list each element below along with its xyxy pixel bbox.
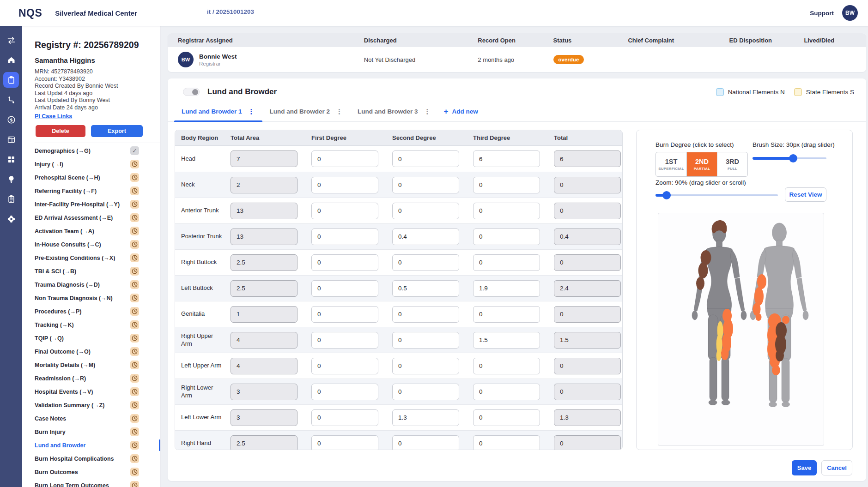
input-head-second[interactable]: [392, 150, 459, 167]
input-left-lower-arm-third[interactable]: [473, 409, 540, 426]
home-icon[interactable]: [3, 52, 19, 68]
sidebar-item-burn-outcomes[interactable]: Burn Outcomes: [35, 465, 160, 479]
sidebar-item-trauma-diagnosis-d[interactable]: Trauma Diagnosis (→D): [35, 278, 160, 291]
input-head-third[interactable]: [473, 150, 540, 167]
settings-icon[interactable]: [3, 211, 19, 227]
sidebar-item-inter-facility-pre-hospital-y[interactable]: Inter-Facility Pre-Hospital (→Y): [35, 198, 160, 211]
state-elements-checkbox-wrap[interactable]: State Elements S: [794, 88, 854, 96]
input-right-hand-third[interactable]: [473, 435, 540, 451]
input-right-buttock-first[interactable]: [311, 254, 378, 271]
transfer-icon[interactable]: [3, 32, 19, 48]
breadcrumb[interactable]: it / 20251001203: [207, 8, 254, 15]
sidebar-item-in-house-consults-c[interactable]: In-House Consults (→C): [35, 238, 160, 251]
delete-button[interactable]: Delete: [36, 125, 85, 137]
route-icon[interactable]: [3, 92, 19, 108]
input-right-hand-first[interactable]: [311, 435, 378, 451]
input-left-lower-arm-second[interactable]: [392, 409, 459, 426]
kebab-menu-icon[interactable]: ⋮: [424, 108, 431, 115]
input-genitalia-second[interactable]: [392, 306, 459, 323]
input-anterior-trunk-first[interactable]: [311, 203, 378, 219]
input-left-upper-arm-third[interactable]: [473, 358, 540, 374]
insights-icon[interactable]: [3, 171, 19, 187]
sidebar-item-lund-and-browder[interactable]: Lund and Browder: [35, 439, 160, 452]
input-neck-third[interactable]: [473, 177, 540, 193]
input-posterior-trunk-second[interactable]: [392, 228, 459, 245]
schedule-icon[interactable]: [3, 132, 19, 147]
input-left-lower-arm-first[interactable]: [311, 409, 378, 426]
tasks-icon[interactable]: [3, 191, 19, 207]
sidebar-item-burn-long-term-outcomes[interactable]: Burn Long Term Outcomes: [35, 479, 160, 487]
input-posterior-trunk-first[interactable]: [311, 228, 378, 245]
reset-view-button[interactable]: Reset View: [785, 187, 826, 202]
body-diagram-canvas[interactable]: [658, 213, 824, 446]
tab-lund-and-browder-1[interactable]: Lund and Browder 1⋮: [174, 102, 262, 121]
sidebar-item-hospital-events-v[interactable]: Hospital Events (→V): [35, 385, 160, 398]
tab-lund-and-browder-2[interactable]: Lund and Browder 2⋮: [262, 102, 351, 121]
input-posterior-trunk-third[interactable]: [473, 228, 540, 245]
input-anterior-trunk-second[interactable]: [392, 203, 459, 219]
sidebar-item-tqip-q[interactable]: TQIP (→Q): [35, 331, 160, 345]
cancel-button[interactable]: Cancel: [821, 460, 852, 475]
sidebar-item-injury-i[interactable]: Injury (→I): [35, 157, 160, 171]
support-link[interactable]: Support: [810, 10, 834, 17]
save-button[interactable]: Save: [792, 460, 817, 475]
input-neck-first[interactable]: [311, 177, 378, 193]
degree-button-1st[interactable]: 1STSUPERFICIAL: [656, 152, 686, 176]
input-head-first[interactable]: [311, 150, 378, 167]
sidebar-item-non-trauma-diagnosis-n[interactable]: Non Trauma Diagnosis (→N): [35, 291, 160, 305]
input-left-buttock-second[interactable]: [392, 280, 459, 297]
input-right-lower-arm-third[interactable]: [473, 384, 540, 400]
sidebar-item-pre-existing-conditions-x[interactable]: Pre-Existing Conditions (→X): [35, 251, 160, 265]
kebab-menu-icon[interactable]: ⋮: [336, 108, 343, 115]
records-icon[interactable]: [3, 72, 19, 88]
input-right-upper-arm-first[interactable]: [311, 332, 378, 349]
sidebar-item-burn-hospital-complications[interactable]: Burn Hospital Complications: [35, 452, 160, 465]
input-left-buttock-first[interactable]: [311, 280, 378, 297]
sidebar-item-readmission-r[interactable]: Readmission (→R): [35, 372, 160, 385]
brush-size-slider[interactable]: [753, 154, 826, 162]
kebab-menu-icon[interactable]: ⋮: [248, 108, 255, 115]
dashboard-icon[interactable]: [3, 151, 19, 167]
input-right-buttock-second[interactable]: [392, 254, 459, 271]
tab-lund-and-browder-3[interactable]: Lund and Browder 3⋮: [350, 102, 438, 121]
state-elements-checkbox[interactable]: [794, 88, 802, 96]
input-right-lower-arm-first[interactable]: [311, 384, 378, 400]
sidebar-item-ed-arrival-assessment-e[interactable]: ED Arrival Assessment (→E): [35, 211, 160, 224]
national-elements-checkbox[interactable]: [716, 88, 724, 96]
input-left-upper-arm-second[interactable]: [392, 358, 459, 374]
input-genitalia-third[interactable]: [473, 306, 540, 323]
degree-button-3rd[interactable]: 3RDFULL: [717, 152, 747, 176]
input-neck-second[interactable]: [392, 177, 459, 193]
add-new-tab-button[interactable]: +Add new: [444, 107, 478, 116]
sidebar-item-tracking-k[interactable]: Tracking (→K): [35, 318, 160, 331]
sidebar-item-tbi-sci-b[interactable]: TBI & SCI (→B): [35, 265, 160, 278]
brush-slider-thumb[interactable]: [789, 154, 797, 162]
input-left-buttock-third[interactable]: [473, 280, 540, 297]
sidebar-item-burn-injury[interactable]: Burn Injury: [35, 425, 160, 439]
export-button[interactable]: Export: [91, 125, 143, 137]
zoom-slider[interactable]: [656, 191, 778, 199]
input-anterior-trunk-third[interactable]: [473, 203, 540, 219]
sidebar-item-procedures-p[interactable]: Procedures (→P): [35, 305, 160, 318]
sidebar-item-mortality-details-m[interactable]: Mortality Details (→M): [35, 358, 160, 372]
zoom-slider-thumb[interactable]: [662, 191, 671, 199]
national-elements-checkbox-wrap[interactable]: National Elements N: [716, 88, 785, 96]
sidebar-item-case-notes[interactable]: Case Notes: [35, 412, 160, 425]
sidebar-item-activation-team-a[interactable]: Activation Team (→A): [35, 224, 160, 238]
section-toggle[interactable]: [183, 88, 200, 96]
record-row[interactable]: BW Bonnie West Registrar Not Yet Dischar…: [168, 47, 866, 72]
billing-icon[interactable]: $: [3, 112, 19, 127]
input-right-upper-arm-third[interactable]: [473, 332, 540, 349]
sidebar-item-validation-summary-z[interactable]: Validation Summary (→Z): [35, 398, 160, 412]
input-right-buttock-third[interactable]: [473, 254, 540, 271]
user-avatar[interactable]: BW: [842, 5, 858, 21]
sidebar-item-referring-facility-f[interactable]: Referring Facility (→F): [35, 184, 160, 198]
sidebar-item-prehospital-scene-h[interactable]: Prehospital Scene (→H): [35, 171, 160, 184]
sidebar-item-demographics-g[interactable]: Demographics (→G)✓: [35, 144, 160, 157]
input-right-upper-arm-second[interactable]: [392, 332, 459, 349]
sidebar-item-final-outcome-o[interactable]: Final Outcome (→O): [35, 345, 160, 358]
degree-button-2nd[interactable]: 2NDPARTIAL: [686, 152, 717, 176]
input-genitalia-first[interactable]: [311, 306, 378, 323]
input-right-lower-arm-second[interactable]: [392, 384, 459, 400]
input-left-upper-arm-first[interactable]: [311, 358, 378, 374]
